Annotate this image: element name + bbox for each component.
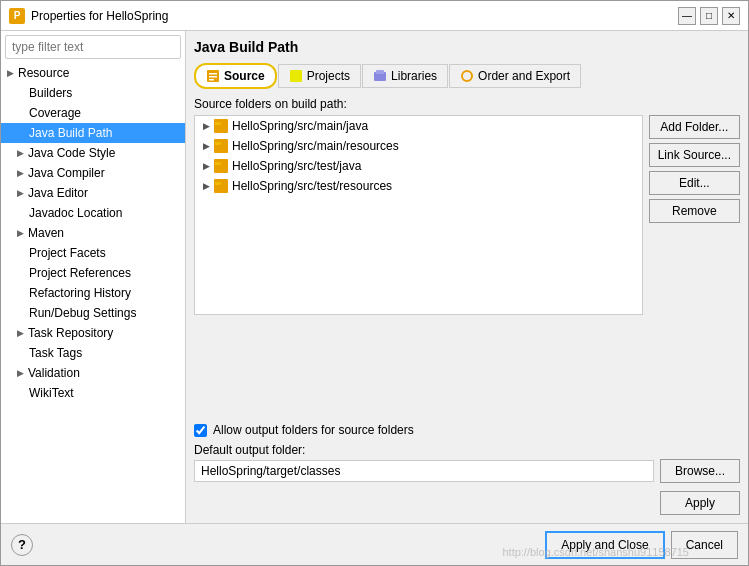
close-button[interactable]: ✕ [722,7,740,25]
sidebar-item-label: Coverage [29,106,81,120]
sidebar-item-wikitext[interactable]: WikiText [1,383,185,403]
tab-order-label: Order and Export [478,69,570,83]
apply-row: Apply [194,491,740,515]
sidebar-item-label: Maven [28,226,64,240]
sidebar-item-label: Java Editor [28,186,88,200]
checkbox-label: Allow output folders for source folders [213,423,414,437]
tab-libraries[interactable]: Libraries [362,64,448,88]
tree-item-0[interactable]: ▶ HelloSpring/src/main/java [195,116,642,136]
output-folder-input[interactable] [194,460,654,482]
window-title: Properties for HelloSpring [31,9,678,23]
bottom-right: Apply and Close Cancel [545,531,738,559]
expand-arrow: ▶ [17,368,24,378]
svg-rect-2 [209,76,217,78]
bottom-bar: ? Apply and Close Cancel [1,523,748,565]
tree-item-label: HelloSpring/src/test/java [232,159,361,173]
svg-rect-13 [215,162,221,165]
allow-output-checkbox[interactable] [194,424,207,437]
sidebar-item-label: Javadoc Location [29,206,122,220]
sidebar-item-refactoring[interactable]: Refactoring History [1,283,185,303]
svg-rect-9 [215,122,221,125]
tab-projects[interactable]: Projects [278,64,361,88]
sidebar-item-label: WikiText [29,386,74,400]
sidebar-item-java-build-path[interactable]: Java Build Path [1,123,185,143]
sidebar-item-label: Task Tags [29,346,82,360]
main-content: ▶ Resource Builders Coverage Java Build … [1,31,748,523]
side-buttons: Add Folder... Link Source... Edit... Rem… [649,115,740,223]
bottom-left: ? [11,534,33,556]
window-icon: P [9,8,25,24]
expand-arrow: ▶ [7,68,14,78]
edit-button[interactable]: Edit... [649,171,740,195]
tree-arrow: ▶ [203,161,210,171]
right-panel: Java Build Path Source [186,31,748,523]
sidebar-item-label: Builders [29,86,72,100]
sidebar-item-builders[interactable]: Builders [1,83,185,103]
section-label: Source folders on build path: [194,97,740,111]
sidebar-item-task-tags[interactable]: Task Tags [1,343,185,363]
tree-item-3[interactable]: ▶ HelloSpring/src/test/resources [195,176,642,196]
sidebar-item-resource[interactable]: ▶ Resource [1,63,185,83]
tab-source[interactable]: Source [194,63,277,89]
title-bar: P Properties for HelloSpring — □ ✕ [1,1,748,31]
sidebar-item-project-facets[interactable]: Project Facets [1,243,185,263]
source-folder-icon [214,139,228,153]
remove-button[interactable]: Remove [649,199,740,223]
maximize-button[interactable]: □ [700,7,718,25]
sidebar-item-java-code-style[interactable]: ▶ Java Code Style [1,143,185,163]
svg-rect-4 [290,70,302,82]
sidebar-item-java-compiler[interactable]: ▶ Java Compiler [1,163,185,183]
sidebar-item-coverage[interactable]: Coverage [1,103,185,123]
sidebar-item-label: Project References [29,266,131,280]
svg-rect-1 [209,73,217,75]
tree-arrow: ▶ [203,141,210,151]
tree-item-1[interactable]: ▶ HelloSpring/src/main/resources [195,136,642,156]
tab-projects-label: Projects [307,69,350,83]
link-source-button[interactable]: Link Source... [649,143,740,167]
sidebar-item-label: Java Code Style [28,146,115,160]
svg-rect-15 [215,182,221,185]
libraries-tab-icon [373,69,387,83]
output-row: Browse... [194,459,740,483]
sidebar-item-javadoc[interactable]: Javadoc Location [1,203,185,223]
expand-arrow: ▶ [17,328,24,338]
sidebar-item-maven[interactable]: ▶ Maven [1,223,185,243]
checkbox-row: Allow output folders for source folders [194,423,740,437]
sidebar-item-label: Task Repository [28,326,113,340]
sidebar-item-label: Java Build Path [29,126,112,140]
apply-close-button[interactable]: Apply and Close [545,531,664,559]
svg-rect-3 [209,79,214,81]
tab-libraries-label: Libraries [391,69,437,83]
sidebar-items: ▶ Resource Builders Coverage Java Build … [1,63,185,523]
tree-item-label: HelloSpring/src/test/resources [232,179,392,193]
output-label: Default output folder: [194,443,740,457]
tree-item-2[interactable]: ▶ HelloSpring/src/test/java [195,156,642,176]
sidebar-item-label: Project Facets [29,246,106,260]
sidebar-item-label: Java Compiler [28,166,105,180]
source-folder-icon [214,159,228,173]
help-button[interactable]: ? [11,534,33,556]
svg-rect-6 [376,70,384,74]
sidebar-item-validation[interactable]: ▶ Validation [1,363,185,383]
svg-rect-11 [215,142,221,145]
sidebar-item-task-repository[interactable]: ▶ Task Repository [1,323,185,343]
filter-input[interactable] [5,35,181,59]
help-icon: ? [18,537,26,552]
minimize-button[interactable]: — [678,7,696,25]
sidebar-item-project-references[interactable]: Project References [1,263,185,283]
cancel-button[interactable]: Cancel [671,531,738,559]
sidebar-item-label: Validation [28,366,80,380]
expand-arrow: ▶ [17,228,24,238]
apply-button[interactable]: Apply [660,491,740,515]
sidebar-item-label: Refactoring History [29,286,131,300]
tab-order-export[interactable]: Order and Export [449,64,581,88]
add-folder-button[interactable]: Add Folder... [649,115,740,139]
tree-item-label: HelloSpring/src/main/java [232,119,368,133]
tree-and-buttons: ▶ HelloSpring/src/main/java ▶ [194,115,740,417]
sidebar-item-run-debug[interactable]: Run/Debug Settings [1,303,185,323]
browse-button[interactable]: Browse... [660,459,740,483]
tab-source-label: Source [224,69,265,83]
projects-tab-icon [289,69,303,83]
sidebar-item-java-editor[interactable]: ▶ Java Editor [1,183,185,203]
source-folder-icon [214,179,228,193]
